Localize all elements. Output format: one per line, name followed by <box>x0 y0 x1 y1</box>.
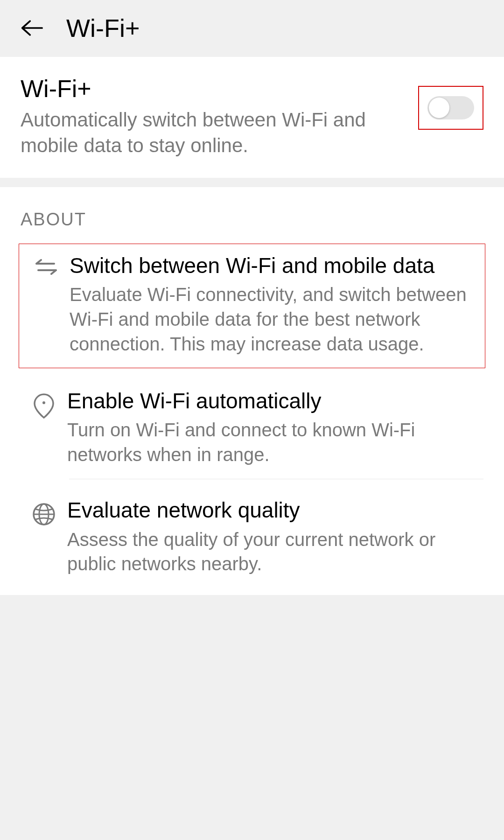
section-gap <box>0 178 504 187</box>
svg-point-0 <box>42 401 45 404</box>
about-section: ABOUT Switch between Wi-Fi and mobile da… <box>0 187 504 595</box>
app-header: Wi-Fi+ <box>0 0 504 56</box>
back-button[interactable] <box>21 17 43 39</box>
wifi-plus-description: Automatically switch between Wi-Fi and m… <box>21 107 399 158</box>
wifi-plus-text: Wi-Fi+ Automatically switch between Wi-F… <box>21 75 418 158</box>
about-item-title: Evaluate network quality <box>67 497 483 523</box>
about-item-description: Turn on Wi-Fi and connect to known Wi-Fi… <box>67 418 483 467</box>
about-item-text: Enable Wi-Fi automatically Turn on Wi-Fi… <box>67 388 483 467</box>
about-item-text: Evaluate network quality Assess the qual… <box>67 497 483 576</box>
about-item-evaluate-quality[interactable]: Evaluate network quality Assess the qual… <box>0 479 504 595</box>
location-icon <box>21 388 67 420</box>
wifi-plus-setting: Wi-Fi+ Automatically switch between Wi-F… <box>0 57 504 178</box>
wifi-plus-title: Wi-Fi+ <box>21 75 399 103</box>
about-item-description: Evaluate Wi-Fi connectivity, and switch … <box>70 282 479 356</box>
about-item-switch-data[interactable]: Switch between Wi-Fi and mobile data Eva… <box>19 244 485 368</box>
about-item-description: Assess the quality of your current netwo… <box>67 527 483 577</box>
about-item-enable-wifi[interactable]: Enable Wi-Fi automatically Turn on Wi-Fi… <box>0 368 504 479</box>
about-header: ABOUT <box>0 210 504 244</box>
about-item-title: Switch between Wi-Fi and mobile data <box>70 252 479 279</box>
about-item-title: Enable Wi-Fi automatically <box>67 388 483 414</box>
globe-icon <box>21 497 67 526</box>
swap-icon <box>23 252 70 276</box>
toggle-highlight <box>418 86 483 130</box>
about-item-text: Switch between Wi-Fi and mobile data Eva… <box>70 252 479 357</box>
back-arrow-icon <box>21 19 43 37</box>
wifi-plus-toggle[interactable] <box>427 96 474 119</box>
toggle-knob <box>429 98 449 118</box>
page-title: Wi-Fi+ <box>66 14 140 42</box>
